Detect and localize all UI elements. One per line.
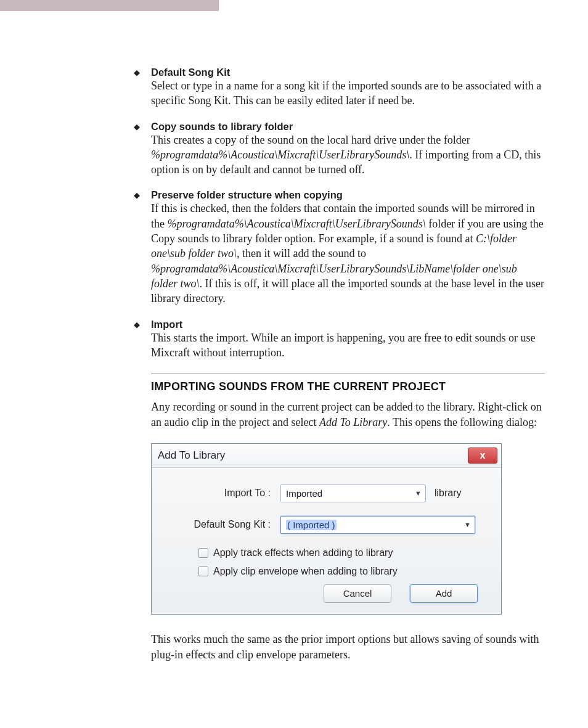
bullet-copy-sounds: ◆ Copy sounds to library folder This cre…: [151, 121, 545, 178]
section-body: Any recording or sound in the current pr…: [151, 399, 545, 430]
path-text: %programdata%\Acoustica\Mixcraft\UserLib…: [168, 218, 426, 230]
dialog-title-text: Add To Library: [158, 449, 225, 462]
bullet-body: If this is checked, then the folders tha…: [151, 201, 545, 306]
apply-track-effects-row: Apply track effects when adding to libra…: [198, 547, 490, 558]
chevron-down-icon: ▼: [464, 521, 471, 528]
bullet-preserve-folder: ◆ Preserve folder structure when copying…: [151, 189, 545, 306]
diamond-icon: ◆: [134, 122, 140, 132]
add-button[interactable]: Add: [410, 584, 478, 603]
close-button[interactable]: x: [468, 448, 497, 464]
bullet-title: Copy sounds to library folder: [151, 121, 293, 132]
checkbox-label: Apply track effects when adding to libra…: [213, 547, 393, 558]
dialog-titlebar: Add To Library x: [152, 444, 501, 468]
button-label: Add: [436, 588, 452, 599]
import-to-suffix: library: [435, 488, 462, 499]
dialog-buttons: Cancel Add: [163, 584, 490, 603]
add-to-library-dialog: Add To Library x Import To : Imported ▼ …: [151, 443, 502, 615]
path-text: %programdata%\Acoustica\Mixcraft\UserLib…: [151, 149, 409, 161]
dialog-body: Import To : Imported ▼ library Default S…: [152, 468, 501, 614]
text: . This opens the following dialog:: [387, 416, 537, 428]
diamond-icon: ◆: [134, 68, 140, 78]
text: , then it will add the sound to: [237, 247, 366, 260]
bullet-default-song-kit: ◆ Default Song Kit Select or type in a n…: [151, 67, 545, 108]
bullet-body: This starts the import. While an import …: [151, 330, 545, 361]
song-kit-label: Default Song Kit :: [163, 519, 280, 530]
cancel-button[interactable]: Cancel: [324, 584, 391, 603]
import-to-row: Import To : Imported ▼ library: [163, 485, 490, 502]
chevron-down-icon: ▼: [415, 489, 422, 497]
section-after-text: This works much the same as the prior im…: [151, 632, 545, 663]
bullet-title: Preserve folder structure when copying: [151, 189, 343, 200]
song-kit-row: Default Song Kit : ( Imported ) ▼: [163, 516, 490, 534]
dropdown-value: Imported: [286, 488, 322, 499]
bullet-import: ◆ Import This starts the import. While a…: [151, 319, 545, 361]
page-content: ◆ Default Song Kit Select or type in a n…: [0, 11, 588, 687]
import-to-dropdown[interactable]: Imported ▼: [280, 485, 426, 502]
diamond-icon: ◆: [134, 190, 140, 200]
bullet-title: Import: [151, 319, 182, 330]
song-kit-dropdown[interactable]: ( Imported ) ▼: [280, 516, 475, 534]
section-heading: IMPORTING SOUNDS FROM THE CURRENT PROJEC…: [151, 380, 545, 393]
apply-clip-envelope-checkbox[interactable]: [198, 566, 208, 576]
apply-clip-envelope-row: Apply clip envelope when adding to libra…: [198, 566, 490, 577]
checkbox-label: Apply clip envelope when adding to libra…: [213, 566, 398, 577]
text: This creates a copy of the sound on the …: [151, 134, 470, 146]
dropdown-value: ( Imported ): [286, 520, 337, 530]
import-to-label: Import To :: [163, 488, 280, 499]
bullet-body: Select or type in a name for a song kit …: [151, 78, 545, 108]
bullet-title: Default Song Kit: [151, 67, 230, 78]
section-rule: [151, 374, 545, 374]
text: . If this is off, it will place all the …: [151, 277, 544, 305]
apply-track-effects-checkbox[interactable]: [198, 548, 208, 558]
header-tab: [0, 0, 219, 11]
bullet-body: This creates a copy of the sound on the …: [151, 133, 545, 178]
button-label: Cancel: [343, 588, 372, 599]
close-icon: x: [480, 450, 486, 461]
menu-item-text: Add To Library: [319, 416, 387, 428]
diamond-icon: ◆: [134, 320, 140, 330]
